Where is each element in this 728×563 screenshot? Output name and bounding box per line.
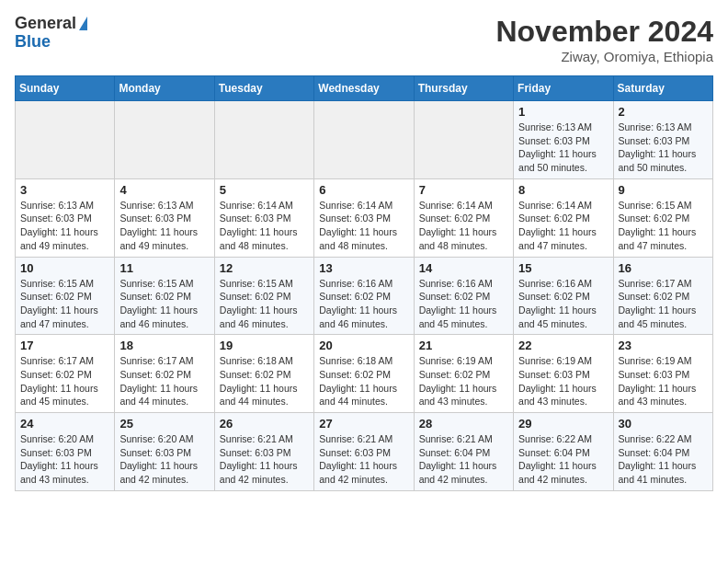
calendar-week-row: 24Sunrise: 6:20 AM Sunset: 6:03 PM Dayli…: [16, 413, 713, 491]
weekday-header-wednesday: Wednesday: [314, 76, 414, 101]
day-info-text: Sunrise: 6:14 AM Sunset: 6:02 PM Dayligh…: [419, 199, 508, 253]
day-info-text: Sunrise: 6:15 AM Sunset: 6:02 PM Dayligh…: [119, 277, 209, 331]
day-number: 27: [319, 417, 408, 431]
day-number: 30: [619, 417, 708, 431]
day-info-text: Sunrise: 6:17 AM Sunset: 6:02 PM Dayligh…: [119, 354, 209, 408]
calendar-cell: 18Sunrise: 6:17 AM Sunset: 6:02 PM Dayli…: [115, 335, 214, 413]
calendar-cell: 24Sunrise: 6:20 AM Sunset: 6:03 PM Dayli…: [16, 413, 115, 491]
calendar-cell: 21Sunrise: 6:19 AM Sunset: 6:02 PM Dayli…: [414, 335, 513, 413]
calendar-cell: [214, 101, 313, 179]
calendar-cell: 1Sunrise: 6:13 AM Sunset: 6:03 PM Daylig…: [514, 101, 613, 179]
logo: General Blue: [15, 15, 87, 52]
calendar-header-row: SundayMondayTuesdayWednesdayThursdayFrid…: [16, 76, 713, 101]
day-info-text: Sunrise: 6:14 AM Sunset: 6:02 PM Dayligh…: [518, 199, 608, 253]
calendar-cell: 15Sunrise: 6:16 AM Sunset: 6:02 PM Dayli…: [514, 257, 613, 335]
weekday-header-tuesday: Tuesday: [214, 76, 313, 101]
day-info-text: Sunrise: 6:20 AM Sunset: 6:03 PM Dayligh…: [20, 432, 109, 487]
day-info-text: Sunrise: 6:20 AM Sunset: 6:03 PM Dayligh…: [119, 432, 209, 487]
day-number: 14: [419, 261, 508, 275]
month-year-heading: November 2024: [495, 15, 713, 49]
calendar-cell: 3Sunrise: 6:13 AM Sunset: 6:03 PM Daylig…: [16, 178, 115, 257]
calendar-cell: 8Sunrise: 6:14 AM Sunset: 6:02 PM Daylig…: [514, 178, 613, 257]
weekday-header-thursday: Thursday: [414, 76, 513, 101]
calendar-cell: [314, 101, 414, 179]
day-info-text: Sunrise: 6:22 AM Sunset: 6:04 PM Dayligh…: [619, 432, 708, 487]
day-number: 8: [518, 183, 608, 197]
calendar-cell: 9Sunrise: 6:15 AM Sunset: 6:02 PM Daylig…: [613, 178, 712, 257]
day-info-text: Sunrise: 6:16 AM Sunset: 6:02 PM Dayligh…: [419, 277, 508, 331]
calendar-cell: 27Sunrise: 6:21 AM Sunset: 6:03 PM Dayli…: [314, 413, 414, 491]
day-number: 19: [220, 339, 309, 352]
day-info-text: Sunrise: 6:19 AM Sunset: 6:02 PM Dayligh…: [419, 354, 508, 408]
day-info-text: Sunrise: 6:21 AM Sunset: 6:03 PM Dayligh…: [319, 432, 408, 487]
day-info-text: Sunrise: 6:18 AM Sunset: 6:02 PM Dayligh…: [319, 354, 408, 408]
calendar-cell: 11Sunrise: 6:15 AM Sunset: 6:02 PM Dayli…: [115, 257, 214, 335]
day-info-text: Sunrise: 6:13 AM Sunset: 6:03 PM Dayligh…: [20, 199, 109, 253]
day-number: 17: [20, 339, 109, 352]
calendar-cell: 17Sunrise: 6:17 AM Sunset: 6:02 PM Dayli…: [16, 335, 115, 413]
day-info-text: Sunrise: 6:19 AM Sunset: 6:03 PM Dayligh…: [518, 354, 608, 408]
day-number: 23: [619, 339, 708, 352]
calendar-cell: [16, 101, 115, 179]
day-number: 1: [518, 105, 608, 119]
day-info-text: Sunrise: 6:19 AM Sunset: 6:03 PM Dayligh…: [619, 354, 708, 408]
calendar-week-row: 17Sunrise: 6:17 AM Sunset: 6:02 PM Dayli…: [16, 335, 713, 413]
day-info-text: Sunrise: 6:18 AM Sunset: 6:02 PM Dayligh…: [220, 354, 309, 408]
day-number: 20: [319, 339, 408, 352]
day-info-text: Sunrise: 6:21 AM Sunset: 6:03 PM Dayligh…: [220, 432, 309, 487]
calendar-cell: [414, 101, 513, 179]
weekday-header-monday: Monday: [115, 76, 214, 101]
day-number: 28: [419, 417, 508, 431]
day-info-text: Sunrise: 6:16 AM Sunset: 6:02 PM Dayligh…: [518, 277, 608, 331]
day-number: 2: [619, 105, 708, 119]
weekday-header-sunday: Sunday: [16, 76, 115, 101]
calendar-cell: 4Sunrise: 6:13 AM Sunset: 6:03 PM Daylig…: [115, 178, 214, 257]
day-info-text: Sunrise: 6:15 AM Sunset: 6:02 PM Dayligh…: [619, 199, 708, 253]
calendar-cell: 10Sunrise: 6:15 AM Sunset: 6:02 PM Dayli…: [16, 257, 115, 335]
calendar-cell: 29Sunrise: 6:22 AM Sunset: 6:04 PM Dayli…: [514, 413, 613, 491]
calendar-cell: 23Sunrise: 6:19 AM Sunset: 6:03 PM Dayli…: [613, 335, 712, 413]
day-info-text: Sunrise: 6:13 AM Sunset: 6:03 PM Dayligh…: [518, 121, 608, 175]
location-text: Ziway, Oromiya, Ethiopia: [495, 49, 713, 64]
calendar-cell: 19Sunrise: 6:18 AM Sunset: 6:02 PM Dayli…: [214, 335, 313, 413]
day-number: 21: [419, 339, 508, 352]
day-number: 16: [619, 261, 708, 275]
calendar-cell: [115, 101, 214, 179]
title-block: November 2024 Ziway, Oromiya, Ethiopia: [495, 15, 713, 64]
day-info-text: Sunrise: 6:13 AM Sunset: 6:03 PM Dayligh…: [619, 121, 708, 175]
day-number: 13: [319, 261, 408, 275]
logo-blue-text: Blue: [15, 33, 87, 52]
calendar-cell: 26Sunrise: 6:21 AM Sunset: 6:03 PM Dayli…: [214, 413, 313, 491]
day-info-text: Sunrise: 6:17 AM Sunset: 6:02 PM Dayligh…: [619, 277, 708, 331]
day-number: 4: [119, 183, 209, 197]
day-number: 22: [518, 339, 608, 352]
calendar-cell: 16Sunrise: 6:17 AM Sunset: 6:02 PM Dayli…: [613, 257, 712, 335]
day-info-text: Sunrise: 6:16 AM Sunset: 6:02 PM Dayligh…: [319, 277, 408, 331]
day-number: 18: [119, 339, 209, 352]
calendar-week-row: 3Sunrise: 6:13 AM Sunset: 6:03 PM Daylig…: [16, 178, 713, 257]
day-number: 11: [119, 261, 209, 275]
day-number: 5: [220, 183, 309, 197]
day-number: 24: [20, 417, 109, 431]
calendar-cell: 14Sunrise: 6:16 AM Sunset: 6:02 PM Dayli…: [414, 257, 513, 335]
day-info-text: Sunrise: 6:15 AM Sunset: 6:02 PM Dayligh…: [20, 277, 109, 331]
calendar-cell: 12Sunrise: 6:15 AM Sunset: 6:02 PM Dayli…: [214, 257, 313, 335]
weekday-header-saturday: Saturday: [613, 76, 712, 101]
calendar-table: SundayMondayTuesdayWednesdayThursdayFrid…: [15, 75, 713, 491]
day-number: 12: [220, 261, 309, 275]
day-number: 15: [518, 261, 608, 275]
logo-general-text: General: [15, 15, 76, 33]
logo-triangle-icon: [79, 17, 87, 30]
calendar-cell: 13Sunrise: 6:16 AM Sunset: 6:02 PM Dayli…: [314, 257, 414, 335]
weekday-header-friday: Friday: [514, 76, 613, 101]
day-number: 9: [619, 183, 708, 197]
calendar-cell: 22Sunrise: 6:19 AM Sunset: 6:03 PM Dayli…: [514, 335, 613, 413]
day-number: 7: [419, 183, 508, 197]
day-number: 26: [220, 417, 309, 431]
calendar-cell: 28Sunrise: 6:21 AM Sunset: 6:04 PM Dayli…: [414, 413, 513, 491]
day-info-text: Sunrise: 6:21 AM Sunset: 6:04 PM Dayligh…: [419, 432, 508, 487]
calendar-week-row: 10Sunrise: 6:15 AM Sunset: 6:02 PM Dayli…: [16, 257, 713, 335]
day-info-text: Sunrise: 6:17 AM Sunset: 6:02 PM Dayligh…: [20, 354, 109, 408]
day-number: 10: [20, 261, 109, 275]
calendar-cell: 7Sunrise: 6:14 AM Sunset: 6:02 PM Daylig…: [414, 178, 513, 257]
